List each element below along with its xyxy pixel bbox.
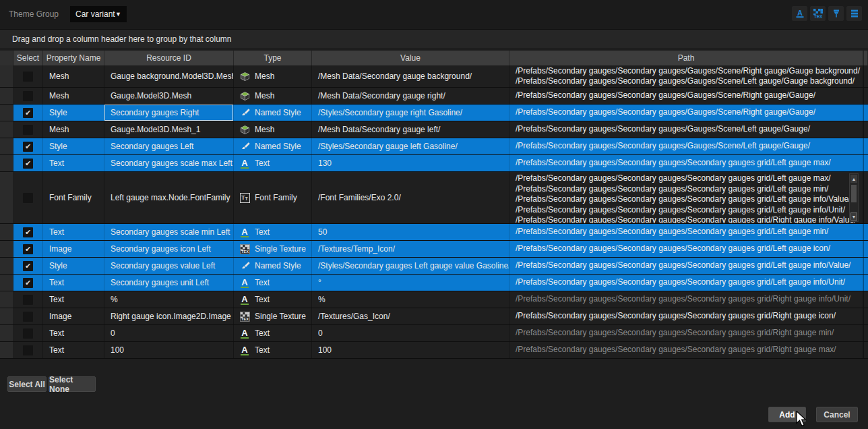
value-cell[interactable]: /Mesh Data/Secondary gauge left/ (312, 121, 509, 138)
value-cell[interactable]: /Textures/Gas_Icon/ (312, 308, 509, 324)
path-cell[interactable]: /Prefabs/Secondary gauges/Secondary gaug… (509, 308, 863, 324)
resource-id-cell[interactable]: Secondary gauges scale max Left (104, 155, 234, 171)
property-name-cell[interactable]: Text (43, 275, 104, 291)
table-row[interactable]: ImageRight gauge icon.Image2D.Image TEXS… (0, 308, 868, 325)
property-name-cell[interactable]: Text (43, 342, 104, 358)
scroll-up-icon[interactable]: ▲ (850, 175, 857, 183)
resource-id-cell[interactable]: Secondary gauges unit Left (104, 275, 234, 291)
type-cell[interactable]: AText (234, 224, 312, 240)
resource-id-cell[interactable]: Secondary gauges scale min Left (104, 224, 234, 240)
row-checkbox-checked[interactable]: ✔ (23, 159, 33, 169)
path-cell[interactable]: /Prefabs/Secondary gauges/Secondary gaug… (509, 224, 863, 240)
resource-id-cell[interactable]: Secondary gauges value Left (104, 258, 234, 274)
value-cell[interactable]: % (312, 291, 509, 308)
path-cell[interactable]: /Prefabs/Secondary gauges/Secondary gaug… (509, 325, 863, 341)
scroll-thumb[interactable] (851, 185, 857, 202)
path-cell[interactable]: /Prefabs/Secondary gauges/Secondary gaug… (509, 275, 863, 291)
row-checkbox[interactable] (23, 345, 33, 355)
value-cell[interactable]: ° (312, 275, 509, 291)
value-cell[interactable]: 50 (312, 224, 509, 240)
path-cell[interactable]: /Prefabs/Secondary gauges/Secondary gaug… (509, 105, 863, 121)
row-checkbox[interactable] (23, 328, 33, 339)
resource-id-cell[interactable]: % (104, 291, 234, 308)
group-by-bar[interactable]: Drag and drop a column header here to gr… (0, 29, 868, 49)
select-none-button[interactable]: Select None (49, 376, 96, 392)
property-name-cell[interactable]: Text (43, 224, 104, 240)
theme-group-dropdown[interactable]: Car variant ▼ (70, 6, 127, 22)
type-cell[interactable]: Named Style (234, 258, 312, 274)
select-all-button[interactable]: Select All (7, 376, 46, 392)
property-name-cell[interactable]: Text (43, 155, 104, 171)
path-cell[interactable]: /Prefabs/Secondary gauges/Secondary gaug… (509, 258, 863, 274)
type-cell[interactable]: TTFont Family (234, 172, 312, 223)
value-cell[interactable]: 0 (312, 325, 509, 341)
path-cell[interactable]: /Prefabs/Secondary gauges/Secondary gaug… (509, 121, 863, 138)
table-row[interactable]: ✔StyleSecondary gauges Left Named Style/… (0, 138, 868, 155)
type-cell[interactable]: AText (234, 342, 312, 358)
row-checkbox[interactable] (23, 193, 33, 203)
path-cell[interactable]: /Prefabs/Secondary gauges/Secondary gaug… (509, 88, 863, 104)
table-row[interactable]: ✔StyleSecondary gauges value Left Named … (0, 258, 868, 275)
path-cell[interactable]: /Prefabs/Secondary gauges/Secondary gaug… (509, 342, 863, 358)
list-icon[interactable] (846, 6, 862, 21)
type-cell[interactable]: TEXSingle Texture (234, 241, 312, 257)
resource-id-cell[interactable]: 0 (104, 325, 234, 341)
property-name-cell[interactable]: Mesh (43, 121, 104, 138)
column-header-type[interactable]: Type (234, 51, 312, 65)
type-cell[interactable]: Named Style (234, 105, 312, 121)
resource-id-cell[interactable]: Right gauge icon.Image2D.Image (104, 308, 234, 324)
table-row[interactable]: Text0AText0/Prefabs/Secondary gauges/Sec… (0, 325, 868, 342)
type-cell[interactable]: TEXSingle Texture (234, 308, 312, 324)
row-checkbox[interactable] (23, 295, 33, 305)
type-cell[interactable]: Named Style (234, 138, 312, 154)
table-row[interactable]: ✔TextSecondary gauges scale max LeftATex… (0, 155, 868, 172)
path-cell[interactable]: /Prefabs/Secondary gauges/Secondary gaug… (509, 155, 863, 171)
row-checkbox-checked[interactable]: ✔ (23, 227, 33, 237)
row-checkbox-checked[interactable]: ✔ (23, 108, 33, 118)
table-row[interactable]: Text%AText%/Prefabs/Secondary gauges/Sec… (0, 291, 868, 308)
type-cell[interactable]: Mesh (234, 65, 312, 87)
resource-id-cell[interactable]: Gauge background.Model3D.Mesh (104, 65, 234, 87)
scroll-down-icon[interactable]: ▼ (850, 212, 857, 221)
path-cell[interactable]: /Prefabs/Secondary gauges/Secondary gaug… (509, 138, 863, 154)
property-name-cell[interactable]: Text (43, 325, 104, 341)
row-checkbox-checked[interactable]: ✔ (23, 278, 33, 288)
row-checkbox[interactable] (23, 312, 33, 322)
row-checkbox-checked[interactable]: ✔ (23, 261, 33, 271)
row-checkbox[interactable] (23, 125, 33, 135)
cancel-button[interactable]: Cancel (816, 407, 858, 422)
value-cell[interactable]: /Styles/Secondary gauge left Gasoline/ (312, 138, 509, 154)
table-row[interactable]: MeshGauge background.Model3D.Mesh Mesh/M… (0, 65, 868, 88)
column-header-path[interactable]: Path (509, 51, 863, 65)
column-header-select[interactable]: Select (13, 51, 43, 65)
table-row[interactable]: ✔TextSecondary gauges scale min LeftATex… (0, 224, 868, 241)
row-checkbox[interactable] (23, 72, 33, 82)
type-cell[interactable]: AText (234, 291, 312, 308)
table-row[interactable]: MeshGauge.Model3D.Mesh_1 Mesh/Mesh Data/… (0, 121, 868, 138)
value-cell[interactable]: /Font Families/Exo 2.0/ (312, 172, 509, 223)
type-cell[interactable]: Mesh (234, 121, 312, 138)
property-name-cell[interactable]: Image (43, 308, 104, 324)
path-cell[interactable]: /Prefabs/Secondary gauges/Secondary gaug… (509, 172, 863, 223)
type-cell[interactable]: AText (234, 155, 312, 171)
path-cell[interactable]: /Prefabs/Secondary gauges/Secondary gaug… (509, 291, 863, 308)
property-name-cell[interactable]: Style (43, 138, 104, 154)
value-cell[interactable]: /Mesh Data/Secondary gauge right/ (312, 88, 509, 104)
property-name-cell[interactable]: Font Family (43, 172, 104, 223)
value-cell[interactable]: /Styles/Secondary gauges Left gauge valu… (312, 258, 509, 274)
row-checkbox-checked[interactable]: ✔ (23, 142, 33, 152)
column-header-resource[interactable]: Resource ID (104, 51, 234, 65)
type-cell[interactable]: Mesh (234, 88, 312, 104)
font-icon[interactable]: A (792, 6, 807, 21)
table-row[interactable]: Font FamilyLeft gauge max.Node.FontFamil… (0, 172, 868, 224)
value-cell[interactable]: /Mesh Data/Secondary gauge background/ (312, 65, 509, 87)
property-name-cell[interactable]: Mesh (43, 88, 104, 104)
resource-id-cell[interactable]: Gauge.Model3D.Mesh (104, 88, 234, 104)
value-cell[interactable]: /Styles/Secondary gauge right Gasoline/ (312, 105, 509, 121)
pin-icon[interactable] (828, 6, 844, 21)
resource-id-cell[interactable]: Left gauge max.Node.FontFamily (104, 172, 234, 223)
property-name-cell[interactable]: Style (43, 258, 104, 274)
texture-icon[interactable]: TEX (810, 6, 826, 21)
table-row[interactable]: Text100AText100/Prefabs/Secondary gauges… (0, 342, 868, 359)
table-row[interactable]: ✔StyleSecondary gauges Right Named Style… (0, 105, 868, 121)
